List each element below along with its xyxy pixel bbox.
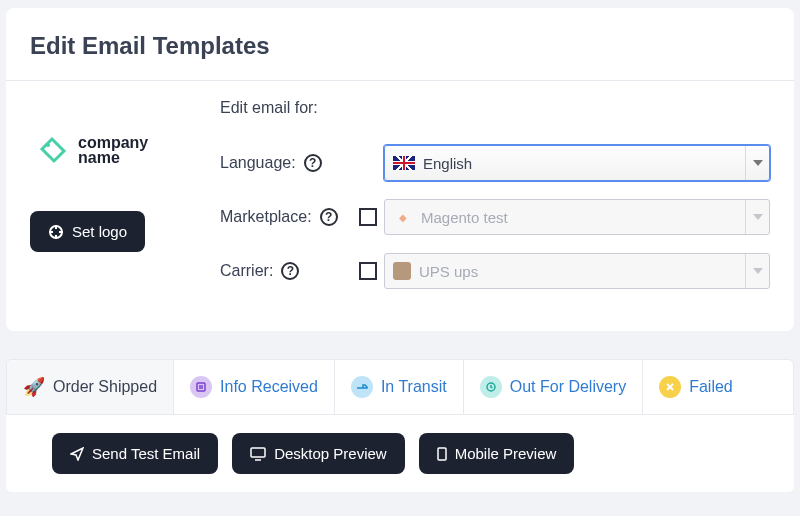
tab-label: In Transit xyxy=(381,378,447,396)
button-label: Mobile Preview xyxy=(455,445,557,462)
desktop-icon xyxy=(250,447,266,461)
set-logo-button[interactable]: Set logo xyxy=(30,211,145,252)
chevron-down-icon xyxy=(745,200,769,234)
form-column: Edit email for: Language: ? English Mark… xyxy=(220,99,770,307)
mobile-icon xyxy=(437,447,447,461)
marketplace-value: Magento test xyxy=(421,209,508,226)
language-label: Language: ? xyxy=(220,154,352,172)
carrier-row: Carrier: ? UPS ups xyxy=(220,253,770,289)
tabs-section: 🚀 Order Shipped Info Received In Transit… xyxy=(6,359,794,492)
out-for-delivery-icon xyxy=(480,376,502,398)
chevron-down-icon xyxy=(745,146,769,180)
svg-rect-14 xyxy=(438,448,446,460)
language-select[interactable]: English xyxy=(384,145,770,181)
uk-flag-icon xyxy=(393,156,415,170)
page-title: Edit Email Templates xyxy=(6,8,794,80)
logo-text: company name xyxy=(78,135,148,165)
tab-order-shipped[interactable]: 🚀 Order Shipped xyxy=(7,360,174,414)
svg-rect-6 xyxy=(197,383,205,391)
button-label: Send Test Email xyxy=(92,445,200,462)
company-logo: company name xyxy=(36,133,148,167)
help-icon[interactable]: ? xyxy=(320,208,338,226)
set-logo-label: Set logo xyxy=(72,223,127,240)
tab-info-received[interactable]: Info Received xyxy=(174,360,335,414)
logo-line-2: name xyxy=(78,150,148,165)
tab-label: Out For Delivery xyxy=(510,378,626,396)
language-row: Language: ? English xyxy=(220,145,770,181)
marketplace-select[interactable]: ◆ Magento test xyxy=(384,199,770,235)
failed-icon xyxy=(659,376,681,398)
paper-plane-icon xyxy=(70,447,84,461)
desktop-preview-button[interactable]: Desktop Preview xyxy=(232,433,405,474)
ups-icon xyxy=(393,262,411,280)
svg-point-0 xyxy=(46,143,50,147)
content-area: company name Set logo Edit email for: La… xyxy=(6,81,794,307)
info-received-icon xyxy=(190,376,212,398)
edit-templates-card: Edit Email Templates company name xyxy=(6,8,794,331)
magento-icon: ◆ xyxy=(393,209,413,225)
carrier-checkbox[interactable] xyxy=(359,262,377,280)
tab-in-transit[interactable]: In Transit xyxy=(335,360,464,414)
action-bar: Send Test Email Desktop Preview Mobile P… xyxy=(6,415,794,492)
in-transit-icon xyxy=(351,376,373,398)
tab-out-for-delivery[interactable]: Out For Delivery xyxy=(464,360,643,414)
send-test-email-button[interactable]: Send Test Email xyxy=(52,433,218,474)
carrier-value: UPS ups xyxy=(419,263,478,280)
tab-label: Info Received xyxy=(220,378,318,396)
target-icon xyxy=(48,224,64,240)
svg-rect-12 xyxy=(251,448,265,457)
help-icon[interactable]: ? xyxy=(281,262,299,280)
help-icon[interactable]: ? xyxy=(304,154,322,172)
marketplace-row: Marketplace: ? ◆ Magento test xyxy=(220,199,770,235)
mobile-preview-button[interactable]: Mobile Preview xyxy=(419,433,575,474)
carrier-label: Carrier: ? xyxy=(220,262,352,280)
language-value: English xyxy=(423,155,472,172)
edit-email-for-label: Edit email for: xyxy=(220,99,770,117)
rocket-icon: 🚀 xyxy=(23,376,45,398)
carrier-select[interactable]: UPS ups xyxy=(384,253,770,289)
marketplace-label: Marketplace: ? xyxy=(220,208,352,226)
chevron-down-icon xyxy=(745,254,769,288)
logo-line-1: company xyxy=(78,135,148,150)
template-tabs: 🚀 Order Shipped Info Received In Transit… xyxy=(6,359,794,415)
marketplace-checkbox[interactable] xyxy=(359,208,377,226)
button-label: Desktop Preview xyxy=(274,445,387,462)
tab-label: Order Shipped xyxy=(53,378,157,396)
tab-label: Failed xyxy=(689,378,733,396)
logo-column: company name Set logo xyxy=(30,99,220,307)
tag-icon xyxy=(36,133,70,167)
tab-failed[interactable]: Failed xyxy=(643,360,749,414)
